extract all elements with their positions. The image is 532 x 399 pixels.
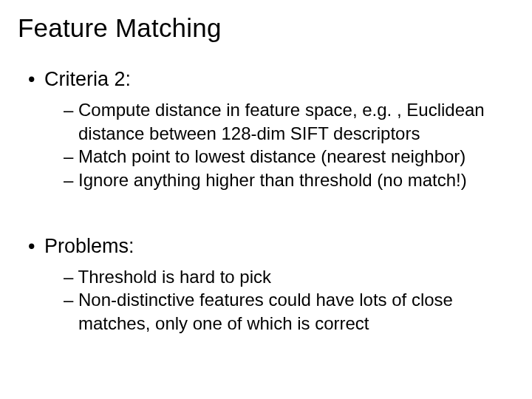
section-heading: •Problems: bbox=[28, 235, 514, 258]
list-item-text: Ignore anything higher than threshold (n… bbox=[78, 170, 467, 190]
list-item: – Match point to lowest distance (neares… bbox=[64, 145, 514, 168]
section-heading-text: Problems: bbox=[44, 235, 134, 257]
list-item-text: Match point to lowest distance (nearest … bbox=[78, 146, 466, 166]
bullet-dash-icon: – bbox=[64, 146, 73, 166]
slide-title: Feature Matching bbox=[18, 13, 514, 43]
list-item-text: Compute distance in feature space, e.g. … bbox=[78, 100, 485, 143]
section-heading: •Criteria 2: bbox=[28, 68, 514, 91]
list-item-text: Non-distinctive features could have lots… bbox=[78, 290, 453, 333]
sub-list: – Compute distance in feature space, e.g… bbox=[64, 98, 514, 192]
bullet-dash-icon: – bbox=[64, 170, 73, 190]
list-item-text: Threshold is hard to pick bbox=[78, 267, 271, 287]
bullet-dash-icon: – bbox=[64, 267, 73, 287]
sub-list: – Threshold is hard to pick – Non-distin… bbox=[64, 265, 514, 335]
list-item: – Compute distance in feature space, e.g… bbox=[64, 98, 514, 145]
list-item: – Non-distinctive features could have lo… bbox=[64, 288, 514, 335]
list-item: – Threshold is hard to pick bbox=[64, 265, 514, 289]
bullet-dot-icon: • bbox=[28, 68, 44, 91]
bullet-dot-icon: • bbox=[28, 235, 44, 258]
list-item: – Ignore anything higher than threshold … bbox=[64, 168, 514, 192]
bullet-dash-icon: – bbox=[64, 290, 73, 310]
bullet-dash-icon: – bbox=[64, 100, 73, 120]
section-heading-text: Criteria 2: bbox=[44, 68, 131, 90]
